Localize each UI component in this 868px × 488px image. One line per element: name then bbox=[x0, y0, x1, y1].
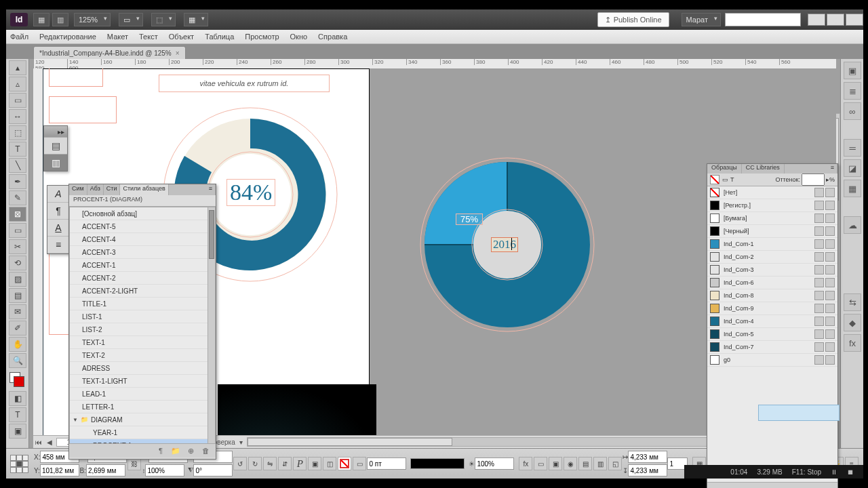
stroke-panel-icon[interactable]: ═ bbox=[844, 139, 861, 157]
bridge-icon[interactable]: ▦ bbox=[33, 13, 50, 26]
style-item[interactable]: LIST-1 bbox=[70, 310, 215, 323]
caption-text-frame[interactable]: vitae vehicula ex rutrum id. bbox=[159, 75, 330, 92]
text-wrap-shape-icon[interactable]: ◉ bbox=[564, 457, 577, 470]
menu-type[interactable]: Текст bbox=[139, 33, 158, 41]
mini-panel-icon[interactable]: ▥ bbox=[44, 154, 67, 171]
style-item[interactable]: ADRESS bbox=[70, 362, 215, 375]
rec-stop-icon[interactable]: ⏹ bbox=[847, 468, 854, 476]
donut-right-center-frame[interactable]: 2016 bbox=[491, 237, 518, 252]
swatch-item[interactable]: Ind_Com-3 bbox=[707, 264, 837, 277]
formatting-container-icon[interactable]: T bbox=[9, 407, 26, 422]
corner-options-icon[interactable]: ◱ bbox=[608, 457, 622, 470]
zoom-tool[interactable]: 🔍 bbox=[9, 353, 26, 368]
tab-styles[interactable]: Сти bbox=[104, 184, 121, 195]
style-item[interactable]: ACCENT-2-LIGHT bbox=[70, 285, 215, 298]
page-tool[interactable]: ▭ bbox=[9, 93, 26, 108]
gradient-feather-tool[interactable]: ▤ bbox=[9, 288, 26, 303]
swatch-item[interactable]: Ind_Com-8 bbox=[707, 289, 837, 302]
clear-override-icon[interactable]: ¶ bbox=[155, 446, 167, 455]
rectangle-frame-tool[interactable]: ⊠ bbox=[9, 207, 26, 222]
fill-proxy-icon[interactable] bbox=[710, 175, 719, 184]
paragraph-panel-icon[interactable]: ≡ bbox=[47, 237, 69, 253]
line-tool[interactable]: ╲ bbox=[9, 158, 26, 173]
select-content-icon[interactable]: ◫ bbox=[323, 457, 336, 470]
character-styles-icon[interactable]: A bbox=[47, 186, 69, 203]
swatch-item[interactable]: [Нет] bbox=[707, 186, 837, 199]
stroke-weight-field[interactable] bbox=[367, 458, 406, 470]
swatch-item[interactable]: [Регистр.] bbox=[707, 199, 837, 212]
style-item[interactable]: TITLE-1 bbox=[70, 298, 215, 310]
new-group-icon[interactable]: 📁 bbox=[170, 446, 182, 455]
menu-file[interactable]: Файл bbox=[10, 33, 28, 41]
opacity-field[interactable] bbox=[475, 458, 514, 470]
swatches-panel-icon[interactable]: ▦ bbox=[844, 180, 861, 197]
menu-help[interactable]: Справка bbox=[318, 33, 347, 41]
links-panel-icon[interactable]: ∞ bbox=[844, 102, 861, 120]
menu-view[interactable]: Просмотр bbox=[245, 33, 279, 41]
text-wrap-jump-next-icon[interactable]: ▥ bbox=[593, 457, 607, 470]
swatch-item[interactable]: Ind_Com-1 bbox=[707, 238, 837, 251]
swatch-item[interactable]: Ind_Com-5 bbox=[707, 328, 837, 341]
corner-y-field[interactable] bbox=[628, 464, 667, 476]
paragraph-styles-panel[interactable]: Сим Абз Сти Стили абзацев ≡ PROCENT-1 (D… bbox=[68, 184, 216, 460]
style-item[interactable]: LETTER-1 bbox=[70, 401, 215, 413]
menu-table[interactable]: Таблица bbox=[205, 33, 234, 41]
character-panel-strip[interactable]: A ¶ A ≡ bbox=[47, 185, 70, 254]
publish-online-button[interactable]: ↥ Publish Online bbox=[597, 12, 669, 27]
layers-panel-icon[interactable]: ≣ bbox=[844, 82, 861, 100]
type-tool[interactable]: T bbox=[9, 142, 26, 157]
swatch-item[interactable]: Ind_Com-4 bbox=[707, 315, 837, 328]
close-tab-icon[interactable]: × bbox=[176, 49, 180, 57]
window-minimize-button[interactable]: – bbox=[808, 14, 825, 26]
workspace-select[interactable]: Марат bbox=[682, 13, 721, 26]
shear-field[interactable] bbox=[193, 464, 233, 476]
style-item[interactable]: [Основной абзац] bbox=[70, 207, 215, 220]
style-item[interactable]: TEXT-1 bbox=[70, 336, 215, 349]
p-icon[interactable]: P bbox=[293, 457, 307, 470]
color-panel-icon[interactable]: ◪ bbox=[844, 159, 861, 177]
style-item[interactable]: LEAD-1 bbox=[70, 388, 215, 401]
swatches-panel[interactable]: Образцы CC Libraries ≡ ▭T Оттенок: ▸ % [… bbox=[707, 163, 838, 488]
menu-layout[interactable]: Макет bbox=[107, 33, 128, 41]
free-transform-tool[interactable]: ⟲ bbox=[9, 256, 26, 270]
scissors-tool[interactable]: ✂ bbox=[9, 239, 26, 254]
direct-selection-tool[interactable]: ▵ bbox=[9, 77, 26, 92]
character-panel-icon[interactable]: A bbox=[47, 220, 69, 237]
select-container-icon[interactable]: ▣ bbox=[308, 457, 321, 470]
y-field[interactable] bbox=[40, 464, 79, 476]
fill-stroke-proxy[interactable] bbox=[9, 372, 24, 387]
pen-tool[interactable]: ✒ bbox=[9, 174, 26, 189]
text-wrap-none-icon[interactable]: ▭ bbox=[534, 457, 547, 470]
align-panel-icon[interactable]: ⇆ bbox=[844, 293, 861, 311]
rotate-cw-icon[interactable]: ↻ bbox=[248, 457, 262, 470]
pathfinder-panel-icon[interactable]: ◆ bbox=[844, 314, 861, 331]
screen-mode-select[interactable]: ⬚ bbox=[151, 13, 176, 26]
window-close-button[interactable]: ✕ bbox=[846, 14, 863, 26]
view-options-select[interactable]: ▭ bbox=[119, 13, 143, 26]
gradient-swatch-tool[interactable]: ▨ bbox=[9, 272, 26, 287]
style-item[interactable]: YEAR-1 bbox=[70, 426, 215, 439]
default-colors-icon[interactable]: ◧ bbox=[9, 391, 26, 406]
swatch-item[interactable]: g0 bbox=[707, 354, 837, 367]
text-wrap-jump-icon[interactable]: ▤ bbox=[578, 457, 592, 470]
pages-panel-icon[interactable]: ▣ bbox=[844, 62, 861, 79]
rotate-ccw-icon[interactable]: ↺ bbox=[233, 457, 247, 470]
fill-proxy[interactable] bbox=[338, 457, 351, 470]
style-item[interactable]: ACCENT-5 bbox=[70, 220, 215, 233]
flip-v-icon[interactable]: ⇵ bbox=[278, 457, 292, 470]
tint-input[interactable] bbox=[802, 174, 825, 186]
eyedropper-tool[interactable]: ✐ bbox=[9, 321, 26, 336]
gap-tool[interactable]: ↔ bbox=[9, 109, 26, 124]
note-tool[interactable]: ✉ bbox=[9, 304, 26, 319]
style-item[interactable]: PROCENT-1 bbox=[70, 439, 215, 444]
swatch-item[interactable]: [Черный] bbox=[707, 225, 837, 238]
style-item[interactable]: ACCENT-2 bbox=[70, 272, 215, 285]
mini-panel-icon[interactable]: ▤ bbox=[44, 137, 67, 154]
styles-scrollbar[interactable] bbox=[208, 207, 215, 443]
style-item[interactable]: ACCENT-1 bbox=[70, 259, 215, 272]
menu-edit[interactable]: Редактирование bbox=[39, 33, 96, 41]
delete-style-icon[interactable]: 🗑 bbox=[199, 446, 212, 455]
effects-icon[interactable]: fx bbox=[519, 457, 532, 470]
style-item[interactable]: ACCENT-4 bbox=[70, 233, 215, 246]
zoom-level-select[interactable]: 125% bbox=[74, 13, 111, 26]
